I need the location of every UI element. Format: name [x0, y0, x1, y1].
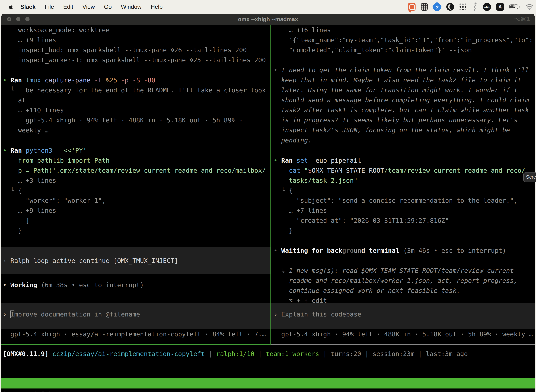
terminal-line: gpt-5.4 xhigh · essay/ai-reimplementatio… [3, 329, 266, 339]
count-badge-icon[interactable]: ..61 [483, 3, 491, 11]
terminal-line: └ be necessary for the end of the README… [3, 85, 266, 95]
terminal-line: inspect_hud: omx sparkshell --tmux-pane … [3, 45, 247, 55]
input-source-icon[interactable]: A [496, 3, 504, 11]
terminal-line: pending. [274, 135, 312, 145]
terminal-line: • Ran set -euo pipefail [274, 155, 361, 165]
omx-status-line: [OMX#0.11.9] cczip/essay/ai-reimplementa… [3, 349, 468, 359]
terminal-line: gpt-5.4 xhigh · 94% left · 488K in · 5.1… [3, 115, 243, 125]
terminal-line: cat "$OMX_TEAM_STATE_ROOT/team/review-cu… [274, 165, 525, 175]
terminal-line: └ { [3, 186, 22, 196]
terminal-line: └ { [274, 186, 293, 196]
route-squiggle-icon[interactable] [472, 2, 478, 11]
messenger-bolt-icon[interactable] [433, 3, 441, 11]
terminal-line: continue assigned work or next feasible … [274, 285, 460, 296]
terminal-line: } [3, 225, 22, 236]
terminal-line: p = Path('.omx/state/team/review-current… [3, 165, 266, 175]
terminal-line: • Working (6m 38s • esc to interrupt) [3, 280, 144, 290]
terminal-line: … +9 lines [3, 205, 56, 215]
terminal-line: "subject": "send a concise recommendatio… [274, 196, 517, 205]
terminal-line: tasks/task-2.json" [274, 175, 358, 186]
pane-bottom-border-left [1, 344, 271, 345]
terminal-line: › Ralph loop active continue [OMX_TMUX_I… [3, 256, 178, 266]
terminal-line: "created_at": "2026-03-31T11:59:27.816Z" [274, 215, 449, 225]
terminal-line: ↳ 1 new msg(s): read $OMX_TEAM_STATE_ROO… [274, 266, 517, 275]
apple-menu-icon[interactable] [9, 5, 13, 9]
terminal-pane-left[interactable]: workspace_mode: worktree … +9 lines insp… [1, 25, 270, 344]
terminal-window: omx --xhigh --madmax ⌥⌘1 workspace_mode:… [1, 14, 535, 392]
battery-icon[interactable] [509, 4, 520, 10]
menu-bar: Slack File Edit View Go Window Help ..61 [0, 0, 536, 14]
terminal-line: later. Using the same for transition mig… [274, 85, 517, 95]
menu-item-window[interactable]: Window [121, 4, 141, 10]
terminal-line: › Improve documentation in @filename [3, 309, 140, 319]
terminal-line: ] [3, 215, 29, 225]
terminal-line: task2 after task1 is complete, but can I… [274, 105, 529, 115]
terminal-line: inspect task2's JSON, focusing on the st… [274, 125, 510, 135]
terminal-line: › Explain this codebase [274, 309, 361, 319]
shield-keypad-icon[interactable] [421, 3, 428, 11]
terminal-line: inspect_worker-1: omx sparkshell --tmux-… [3, 55, 266, 65]
terminal-line: "completed","claim_token":"claim-token"}… [274, 45, 472, 55]
terminal-pane-right[interactable]: … +16 lines '{"team_name":"my-team","tas… [271, 25, 535, 344]
terminal-line: … +3 lines [3, 175, 56, 186]
menu-item-view[interactable]: View [82, 4, 95, 10]
terminal-line: should send a message before completing … [274, 95, 529, 105]
terminal-line: gpt-5.4 xhigh · 94% left · 488K in · 5.1… [274, 329, 533, 339]
chat-app-icon[interactable] [408, 3, 416, 11]
dots-grid-icon[interactable] [459, 4, 466, 10]
window-title: omx --xhigh --madmax [1, 14, 535, 25]
tmux-status-bar: [omx-cczip0:bash* "MacBook-Pro-44.local"… [1, 378, 535, 388]
tmux-session-window: [omx-cczip0:bash* [3, 388, 67, 392]
menu-item-help[interactable]: Help [151, 4, 163, 10]
menu-item-edit[interactable]: Edit [63, 4, 73, 10]
window-shortcut-hint: ⌥⌘1 [514, 14, 530, 25]
terminal-line: keep that in mind. Maybe I also need the… [274, 75, 522, 85]
terminal-line: workspace_mode: worktree [3, 25, 110, 35]
terminal-line: "worker": "worker-1", [3, 196, 106, 205]
moon-icon[interactable] [446, 3, 454, 11]
terminal-line: … +7 lines [274, 205, 327, 215]
menu-status-icons: ..61 A [408, 0, 534, 14]
terminal-line: '{"team_name":"my-team","task_id":"1","f… [274, 35, 533, 45]
terminal-line: ⌥ + ↑ edit [274, 296, 327, 306]
terminal-line: … +16 lines [274, 25, 331, 35]
screen-tooltip: Scre [523, 173, 536, 182]
pane-bottom-border-right [271, 344, 535, 345]
menu-item-file[interactable]: File [45, 4, 54, 10]
terminal-line: … +110 lines [3, 105, 64, 115]
terminal-line: from pathlib import Path [3, 155, 110, 165]
wifi-icon[interactable] [526, 4, 534, 10]
terminal-line: • Ran tmux capture-pane -t %25 -p -S -80 [3, 75, 155, 85]
menu-item-go[interactable]: Go [104, 4, 112, 10]
window-title-bar[interactable]: omx --xhigh --madmax ⌥⌘1 [1, 14, 535, 25]
terminal-line: at [3, 95, 26, 105]
terminal-line: • Waiting for background terminal (3m 46… [274, 246, 506, 256]
terminal-line: • Ran python3 - <<'PY' [3, 145, 87, 155]
terminal-line: … +9 lines [3, 35, 56, 45]
terminal-line: is in progress? It seems likely but perh… [274, 115, 517, 125]
terminal-line: readme-and-reco/mailbox/worker-1.json, a… [274, 275, 517, 285]
terminal-line: } [274, 225, 293, 236]
terminal-line: • I need to get the claim token from the… [274, 65, 529, 75]
menu-app-name[interactable]: Slack [20, 4, 36, 10]
terminal-line: weekly … [3, 125, 48, 135]
